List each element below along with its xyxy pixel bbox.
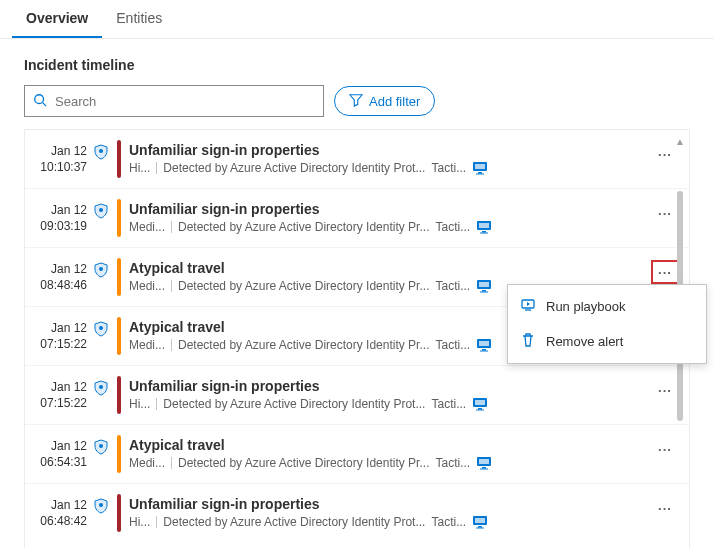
date-label: Jan 12	[31, 262, 87, 278]
alert-title: Unfamiliar sign-in properties	[129, 378, 651, 394]
detected-by: Detected by Azure Active Directory Ident…	[163, 161, 425, 175]
timeline-row[interactable]: Jan 1207:15:22Unfamiliar sign-in propert…	[25, 365, 689, 424]
date-label: Jan 12	[31, 203, 87, 219]
svg-rect-15	[482, 290, 486, 292]
severity-text: Hi...	[129, 515, 150, 529]
severity-text: Medi...	[129, 456, 165, 470]
divider	[171, 280, 172, 292]
tactics-label: Tacti...	[435, 279, 470, 293]
scroll-up-icon[interactable]: ▲	[675, 136, 685, 147]
severity-text: Medi...	[129, 220, 165, 234]
timeline-row[interactable]: Jan 1206:48:42Unfamiliar sign-in propert…	[25, 483, 689, 542]
menu-remove-alert[interactable]: Remove alert	[508, 324, 706, 359]
alert-title: Unfamiliar sign-in properties	[129, 201, 651, 217]
monitor-icon	[476, 278, 492, 294]
svg-rect-4	[475, 164, 485, 169]
svg-rect-26	[476, 410, 484, 411]
svg-rect-14	[479, 282, 489, 287]
severity-text: Medi...	[129, 338, 165, 352]
alert-meta: Medi...Detected by Azure Active Director…	[129, 219, 651, 235]
filter-icon	[349, 93, 363, 110]
timeline-row[interactable]: Jan 1210:10:37Unfamiliar sign-in propert…	[25, 130, 689, 188]
svg-rect-30	[482, 467, 486, 469]
timestamp: Jan 1209:03:19	[31, 201, 87, 234]
svg-line-1	[43, 102, 47, 106]
svg-rect-31	[480, 469, 488, 470]
row-content: Unfamiliar sign-in propertiesMedi...Dete…	[129, 201, 651, 235]
trash-icon	[520, 332, 536, 351]
svg-point-27	[99, 444, 103, 448]
detected-by: Detected by Azure Active Directory Ident…	[178, 456, 429, 470]
date-label: Jan 12	[31, 498, 87, 514]
timeline-row[interactable]: Jan 1209:03:19Unfamiliar sign-in propert…	[25, 188, 689, 247]
menu-run-label: Run playbook	[546, 299, 626, 314]
severity-text: Medi...	[129, 279, 165, 293]
add-filter-button[interactable]: Add filter	[334, 86, 435, 116]
severity-bar	[117, 140, 121, 178]
row-content: Unfamiliar sign-in propertiesHi...Detect…	[129, 378, 651, 412]
divider	[171, 339, 172, 351]
tactics-label: Tacti...	[435, 456, 470, 470]
timestamp: Jan 1207:15:22	[31, 378, 87, 411]
time-label: 06:54:31	[31, 455, 87, 471]
time-label: 06:48:42	[31, 514, 87, 530]
svg-rect-36	[476, 528, 484, 529]
monitor-icon	[472, 396, 488, 412]
tab-overview[interactable]: Overview	[12, 0, 102, 38]
time-label: 09:03:19	[31, 219, 87, 235]
tactics-label: Tacti...	[435, 338, 470, 352]
svg-point-2	[99, 149, 103, 153]
row-content: Atypical travelMedi...Detected by Azure …	[129, 437, 651, 471]
search-icon	[33, 93, 47, 110]
shield-icon	[87, 496, 115, 514]
tactics-label: Tacti...	[431, 161, 466, 175]
alert-meta: Hi...Detected by Azure Active Directory …	[129, 396, 651, 412]
detected-by: Detected by Azure Active Directory Ident…	[178, 220, 429, 234]
svg-point-0	[35, 94, 44, 103]
date-label: Jan 12	[31, 144, 87, 160]
toolbar: Add filter	[0, 85, 714, 125]
menu-run-playbook[interactable]: Run playbook	[508, 289, 706, 324]
shield-icon	[87, 142, 115, 160]
time-label: 10:10:37	[31, 160, 87, 176]
svg-rect-11	[480, 233, 488, 234]
context-menu: Run playbook Remove alert	[507, 284, 707, 364]
detected-by: Detected by Azure Active Directory Ident…	[163, 515, 425, 529]
tactics-label: Tacti...	[435, 220, 470, 234]
time-label: 07:15:22	[31, 337, 87, 353]
menu-remove-label: Remove alert	[546, 334, 623, 349]
severity-bar	[117, 376, 121, 414]
svg-marker-38	[527, 302, 530, 306]
divider	[156, 516, 157, 528]
tactics-label: Tacti...	[431, 515, 466, 529]
date-label: Jan 12	[31, 439, 87, 455]
tabs-bar: Overview Entities	[0, 0, 714, 39]
svg-rect-9	[479, 223, 489, 228]
svg-point-12	[99, 267, 103, 271]
svg-rect-20	[482, 349, 486, 351]
alert-title: Atypical travel	[129, 260, 651, 276]
severity-bar	[117, 435, 121, 473]
timestamp: Jan 1206:54:31	[31, 437, 87, 470]
timeline-row[interactable]: Jan 1206:54:31Atypical travelMedi...Dete…	[25, 424, 689, 483]
divider	[171, 221, 172, 233]
alert-title: Unfamiliar sign-in properties	[129, 142, 651, 158]
severity-bar	[117, 494, 121, 532]
svg-point-17	[99, 326, 103, 330]
tab-entities[interactable]: Entities	[102, 0, 176, 38]
svg-point-22	[99, 385, 103, 389]
search-input[interactable]	[55, 94, 315, 109]
severity-text: Hi...	[129, 397, 150, 411]
svg-rect-25	[478, 408, 482, 410]
search-box[interactable]	[24, 85, 324, 117]
svg-point-32	[99, 503, 103, 507]
svg-rect-6	[476, 174, 484, 175]
svg-point-7	[99, 208, 103, 212]
monitor-icon	[476, 337, 492, 353]
tactics-label: Tacti...	[431, 397, 466, 411]
detected-by: Detected by Azure Active Directory Ident…	[178, 279, 429, 293]
section-title: Incident timeline	[0, 39, 714, 85]
alert-title: Atypical travel	[129, 437, 651, 453]
row-content: Unfamiliar sign-in propertiesHi...Detect…	[129, 142, 651, 176]
severity-bar	[117, 199, 121, 237]
